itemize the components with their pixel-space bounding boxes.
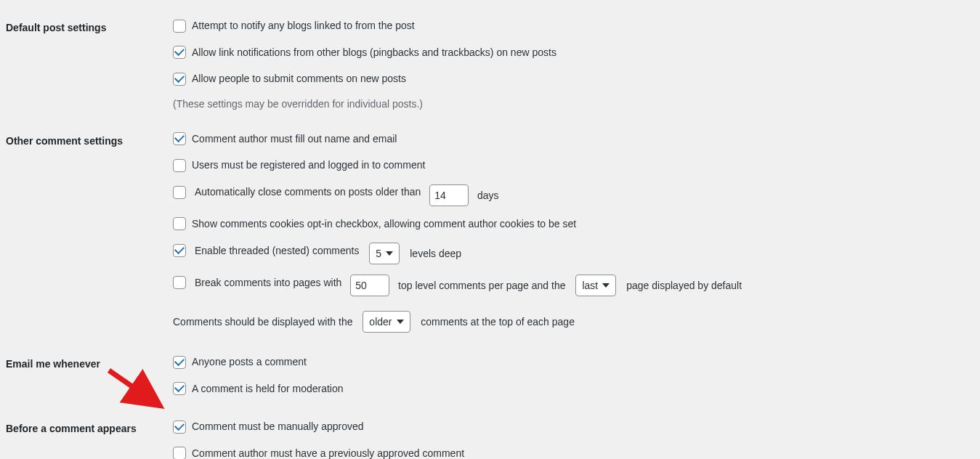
auto-close-label[interactable]: Automatically close comments on posts ol…: [173, 184, 424, 200]
other-comment-settings-row: Other comment settings Comment author mu…: [6, 121, 980, 344]
manual-approval-text: Comment must be manually approved: [192, 419, 364, 434]
allow-comments-checkbox[interactable]: [173, 73, 186, 86]
allow-comments-text: Allow people to submit comments on new p…: [192, 71, 406, 86]
email-held-checkbox[interactable]: [173, 382, 186, 395]
default-page-select[interactable]: last: [575, 275, 616, 296]
email-held-text: A comment is held for moderation: [192, 381, 344, 397]
manual-approval-checkbox[interactable]: [173, 421, 186, 434]
email-anyone-posts-text: Anyone posts a comment: [192, 354, 307, 370]
before-comment-appears-row: Before a comment appears Comment must be…: [6, 408, 980, 459]
allow-pingbacks-text: Allow link notifications from other blog…: [192, 45, 556, 60]
email-me-row: Email me whenever Anyone posts a comment…: [6, 344, 980, 408]
require-registered-checkbox[interactable]: [173, 159, 186, 172]
page-comments-checkbox[interactable]: [173, 276, 186, 289]
cookies-opt-in-text: Show comments cookies opt-in checkbox, a…: [192, 216, 576, 232]
allow-pingbacks-checkbox[interactable]: [173, 46, 186, 59]
section-heading-default-post: Default post settings: [6, 22, 106, 33]
notify-linked-blogs-label[interactable]: Attempt to notify any blogs linked to fr…: [173, 18, 415, 33]
previously-approved-text: Comment author must have a previously ap…: [192, 446, 464, 460]
auto-close-checkbox[interactable]: [173, 186, 186, 199]
default-post-note: (These settings may be overridden for in…: [173, 98, 973, 110]
page-comments-mid-text: top level comments per page and the: [398, 280, 565, 291]
discussion-settings-form: Default post settings Attempt to notify …: [6, 7, 980, 459]
default-post-settings-row: Default post settings Attempt to notify …: [6, 7, 980, 121]
comment-order-before-text: Comments should be displayed with the: [173, 316, 352, 328]
require-registered-text: Users must be registered and logged in t…: [192, 158, 425, 173]
email-anyone-posts-label[interactable]: Anyone posts a comment: [173, 354, 307, 370]
comment-order-after-text: comments at the top of each page: [421, 316, 575, 328]
threaded-comments-label[interactable]: Enable threaded (nested) comments: [173, 243, 362, 259]
notify-linked-blogs-text: Attempt to notify any blogs linked to fr…: [192, 18, 415, 33]
auto-close-after-text: days: [477, 190, 499, 201]
threaded-comments-checkbox[interactable]: [173, 244, 186, 257]
page-comments-after-text: page displayed by default: [626, 280, 742, 291]
cookies-opt-in-label[interactable]: Show comments cookies opt-in checkbox, a…: [173, 216, 576, 232]
email-held-label[interactable]: A comment is held for moderation: [173, 381, 344, 397]
email-anyone-posts-checkbox[interactable]: [173, 356, 186, 369]
notify-linked-blogs-checkbox[interactable]: [173, 20, 186, 33]
manual-approval-label[interactable]: Comment must be manually approved: [173, 419, 364, 434]
comments-per-page-input[interactable]: [350, 275, 389, 296]
section-heading-other: Other comment settings: [6, 135, 123, 147]
threaded-depth-select[interactable]: 5: [369, 243, 400, 264]
require-name-email-text: Comment author must fill out name and em…: [192, 131, 397, 147]
section-heading-before: Before a comment appears: [6, 423, 137, 434]
previously-approved-checkbox[interactable]: [173, 447, 186, 459]
cookies-opt-in-checkbox[interactable]: [173, 217, 186, 230]
section-heading-email: Email me whenever: [6, 358, 100, 370]
threaded-after-text: levels deep: [410, 248, 461, 259]
auto-close-days-input[interactable]: [429, 184, 469, 206]
page-comments-label[interactable]: Break comments into pages with: [173, 275, 344, 291]
auto-close-before-text: Automatically close comments on posts ol…: [195, 184, 421, 200]
page-comments-before-text: Break comments into pages with: [195, 275, 341, 291]
comment-order-select[interactable]: older: [363, 311, 410, 333]
require-name-email-checkbox[interactable]: [173, 132, 186, 145]
previously-approved-label[interactable]: Comment author must have a previously ap…: [173, 446, 464, 460]
require-registered-label[interactable]: Users must be registered and logged in t…: [173, 158, 425, 173]
allow-pingbacks-label[interactable]: Allow link notifications from other blog…: [173, 45, 556, 60]
allow-comments-label[interactable]: Allow people to submit comments on new p…: [173, 71, 406, 86]
require-name-email-label[interactable]: Comment author must fill out name and em…: [173, 131, 397, 147]
threaded-before-text: Enable threaded (nested) comments: [195, 243, 359, 259]
